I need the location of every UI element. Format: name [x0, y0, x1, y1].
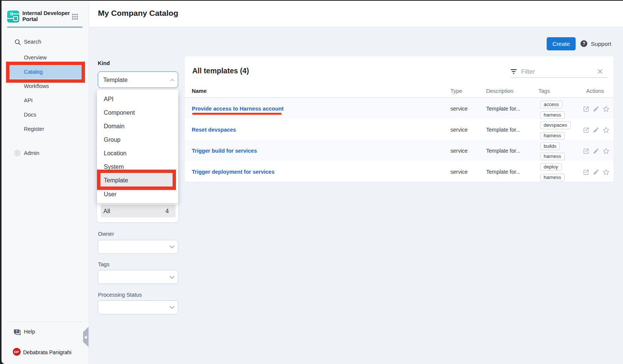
svg-text:?: ?	[16, 329, 18, 333]
